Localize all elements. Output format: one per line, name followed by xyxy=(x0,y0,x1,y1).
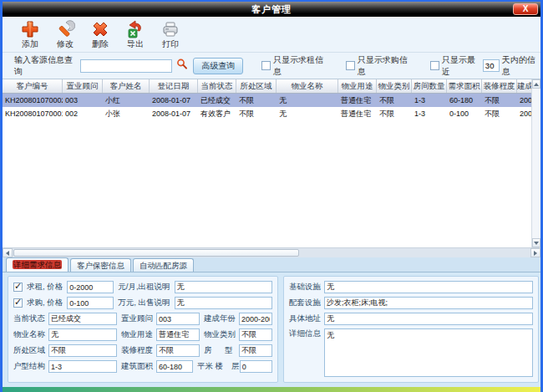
detail-demand-panel: 求租, 价格 元/月,出租说明 求购, 价格 万元, 出售说明 xyxy=(3,272,540,387)
col-header-customer-name[interactable]: 客户姓名 xyxy=(103,79,150,93)
search-input[interactable] xyxy=(80,59,172,73)
col-header-room-count[interactable]: 房间数量 xyxy=(412,79,447,93)
filter-recent-group: 只显示最近 天内的信息 xyxy=(430,54,540,78)
status-row: 当前状态 置业顾问 建成年份 xyxy=(13,313,272,325)
room-type-input[interactable] xyxy=(239,344,272,357)
horizontal-scrollbar[interactable] xyxy=(3,247,540,257)
advanced-search-button[interactable]: 高级查询 xyxy=(193,58,243,74)
filter-rent-checkbox[interactable] xyxy=(261,61,270,70)
cell-property-use: 普通住宅 xyxy=(338,107,377,120)
cell-property-name: 无 xyxy=(277,107,338,120)
property-name-row: 物业名称 物业用途 物业类别 xyxy=(13,328,272,341)
structure-input[interactable] xyxy=(48,360,117,373)
export-button[interactable]: 导出 xyxy=(118,19,153,49)
col-header-property-use[interactable]: 物业用途 xyxy=(338,79,377,93)
customer-management-window: 客户管理 X 添加 修改 xyxy=(0,0,543,392)
cell-property-name: 无 xyxy=(277,94,338,107)
property-use-input[interactable] xyxy=(156,328,200,341)
facility-group: 基础设施 配套设施 具体地址 详细信息 无 xyxy=(283,276,539,383)
cell-required-area: 0-100 xyxy=(447,107,482,120)
room-type-label: 房 型 xyxy=(204,345,239,356)
filter-recent-prefix: 只显示最近 xyxy=(442,54,480,78)
buy-row: 求购, 价格 万元, 出售说明 xyxy=(13,297,272,309)
export-button-label: 导出 xyxy=(118,39,153,49)
tab-auto-match[interactable]: 自动匹配房源 xyxy=(133,258,194,272)
decoration-input[interactable] xyxy=(156,344,200,357)
address-input[interactable] xyxy=(324,313,533,325)
col-header-register-date[interactable]: 登记日期 xyxy=(150,79,198,93)
detail-info-row: 详细信息 无 xyxy=(289,328,533,377)
col-header-decoration[interactable]: 装修程度 xyxy=(482,79,517,93)
col-header-built-year[interactable]: 建成 xyxy=(517,79,531,93)
col-header-status[interactable]: 当前状态 xyxy=(198,79,236,93)
filter-recent-checkbox[interactable] xyxy=(430,61,439,70)
rent-note-input[interactable] xyxy=(175,281,272,293)
status-input[interactable] xyxy=(48,313,117,325)
demand-group: 求租, 价格 元/月,出租说明 求购, 价格 万元, 出售说明 xyxy=(8,276,278,383)
scroll-down-arrow-icon[interactable] xyxy=(532,238,540,247)
col-header-property-type[interactable]: 物业类别 xyxy=(377,79,412,93)
col-header-region[interactable]: 所处区域 xyxy=(236,79,277,93)
buy-price-input[interactable] xyxy=(67,297,114,309)
filter-buy-checkbox[interactable] xyxy=(346,61,354,70)
print-button[interactable]: 打印 xyxy=(153,19,188,49)
add-button[interactable]: 添加 xyxy=(13,19,48,49)
close-button[interactable]: X xyxy=(513,3,538,15)
furnish-row: 配套设施 xyxy=(289,297,533,309)
delete-x-icon xyxy=(83,19,118,39)
cell-room-count: 1-3 xyxy=(412,107,447,120)
wrench-icon xyxy=(48,19,83,39)
search-magnifier-icon[interactable] xyxy=(176,59,188,74)
detail-info-label: 详细信息 xyxy=(289,328,324,339)
detail-info-textarea[interactable]: 无 xyxy=(324,328,533,377)
address-row: 具体地址 xyxy=(289,313,533,325)
horizontal-scroll-thumb[interactable] xyxy=(13,249,299,257)
property-name-input[interactable] xyxy=(48,328,117,341)
col-header-required-area[interactable]: 需求面积 xyxy=(447,79,482,93)
delete-button-label: 删除 xyxy=(83,39,118,49)
col-header-customer-id[interactable]: 客户编号 xyxy=(3,79,63,93)
property-type-input[interactable] xyxy=(239,328,272,341)
rent-row: 求租, 价格 元/月,出租说明 xyxy=(13,281,272,293)
consultant-input[interactable] xyxy=(156,313,200,325)
region-input[interactable] xyxy=(48,344,117,357)
cell-required-area: 60-180 xyxy=(447,94,482,107)
table-row[interactable]: KH200801070001 002 小张 2008-01-07 有效客户 不限… xyxy=(3,107,531,120)
add-icon xyxy=(13,19,48,39)
tab-customer-secret[interactable]: 客户保密信息 xyxy=(70,258,131,272)
cell-region: 不限 xyxy=(236,94,277,107)
scroll-up-arrow-icon[interactable] xyxy=(532,79,540,89)
rent-checkbox[interactable] xyxy=(13,283,23,292)
property-name-label: 物业名称 xyxy=(13,329,48,340)
cell-consultant: 002 xyxy=(63,107,103,120)
vertical-scrollbar[interactable] xyxy=(531,79,540,247)
base-facility-input[interactable] xyxy=(324,281,533,293)
furnish-input[interactable] xyxy=(324,297,533,309)
scroll-left-arrow-icon[interactable] xyxy=(3,248,13,257)
filter-recent-suffix: 天内的信息 xyxy=(502,54,540,78)
cell-built-year: 2000- xyxy=(517,107,531,120)
size-input[interactable] xyxy=(156,360,193,373)
search-filter-bar: 输入客源信息查询 高级查询 只显示求租信息 只显示求购信息 只显示最近 天内的信… xyxy=(3,52,540,79)
structure-label: 户型结构 xyxy=(13,361,48,372)
delete-button[interactable]: 删除 xyxy=(83,19,118,49)
base-facility-label: 基础设施 xyxy=(289,282,324,293)
tab-detail-demand[interactable]: 详细需求信息 xyxy=(6,257,69,272)
col-header-property-name[interactable]: 物业名称 xyxy=(277,79,338,93)
table-header-row: 客户编号 置业顾问 客户姓名 登记日期 当前状态 所处区域 物业名称 物业用途 … xyxy=(3,79,531,94)
scroll-right-arrow-icon[interactable] xyxy=(530,248,540,257)
built-year-input[interactable] xyxy=(239,313,272,325)
rent-label: 求租, 价格 xyxy=(27,282,63,293)
buy-note-input[interactable] xyxy=(175,297,272,309)
filter-buy-group: 只显示求购信息 xyxy=(346,54,412,78)
table-row[interactable]: KH200801070002 003 小红 2008-01-07 已经成交 不限… xyxy=(3,94,531,107)
col-header-consultant[interactable]: 置业顾问 xyxy=(63,79,103,93)
cell-property-type: 不限 xyxy=(377,107,412,120)
search-label: 输入客源信息查询 xyxy=(14,54,77,78)
rent-price-input[interactable] xyxy=(67,281,114,293)
print-button-label: 打印 xyxy=(153,39,188,49)
buy-checkbox[interactable] xyxy=(13,298,23,308)
recent-days-input[interactable] xyxy=(483,59,500,72)
floor-input[interactable] xyxy=(240,360,272,373)
modify-button[interactable]: 修改 xyxy=(48,19,83,49)
